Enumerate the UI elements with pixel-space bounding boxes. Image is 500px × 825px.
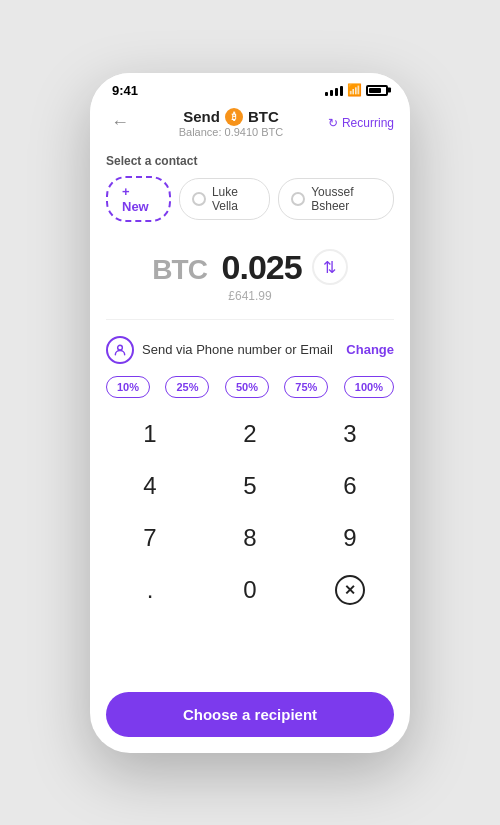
- send-via-icon: [106, 336, 134, 364]
- percentage-button[interactable]: 10%: [106, 376, 150, 398]
- numpad-key-8[interactable]: 8: [210, 512, 290, 564]
- numpad-key-0[interactable]: 0: [210, 564, 290, 616]
- new-contact-button[interactable]: + New: [106, 176, 171, 222]
- numpad-key-.[interactable]: .: [110, 564, 190, 616]
- recurring-icon: ↻: [328, 116, 338, 130]
- swap-button[interactable]: ⇅: [312, 249, 348, 285]
- contacts-section: Select a contact + New Luke Vella Yousse…: [90, 146, 410, 234]
- header-title: Send ₿ BTC: [179, 108, 284, 126]
- percentage-button[interactable]: 100%: [344, 376, 394, 398]
- status-icons: 📶: [325, 83, 388, 97]
- divider-1: [106, 319, 394, 320]
- contact-luke-vella[interactable]: Luke Vella: [179, 178, 270, 220]
- numpad-key-7[interactable]: 7: [110, 512, 190, 564]
- header-balance: Balance: 0.9410 BTC: [179, 126, 284, 138]
- change-button[interactable]: Change: [346, 342, 394, 357]
- amount-value: BTC 0.025: [152, 252, 301, 285]
- contacts-label: Select a contact: [106, 154, 394, 168]
- phone-shell: 9:41 📶 ← Send ₿ BTC Balance: 0.9410 BTC: [90, 73, 410, 753]
- new-contact-label: + New: [122, 184, 155, 214]
- numpad-key-5[interactable]: 5: [210, 460, 290, 512]
- send-via-text: Send via Phone number or Email: [142, 342, 333, 357]
- contact-name-youssef: Youssef Bsheer: [311, 185, 381, 213]
- battery-icon: [366, 85, 388, 96]
- amount-fiat: £641.99: [106, 289, 394, 303]
- numpad-key-4[interactable]: 4: [110, 460, 190, 512]
- numpad-key-3[interactable]: 3: [310, 408, 390, 460]
- recurring-label: Recurring: [342, 116, 394, 130]
- percentage-row: 10%25%50%75%100%: [90, 372, 410, 408]
- header-center: Send ₿ BTC Balance: 0.9410 BTC: [179, 108, 284, 138]
- amount-display: BTC 0.025 ⇅: [106, 248, 394, 287]
- send-via-row: Send via Phone number or Email Change: [90, 328, 410, 372]
- numpad-key-6[interactable]: 6: [310, 460, 390, 512]
- amount-section: BTC 0.025 ⇅ £641.99: [90, 234, 410, 311]
- amount-text: BTC 0.025: [152, 248, 301, 287]
- amount-number: 0.025: [222, 248, 302, 286]
- status-time: 9:41: [112, 83, 138, 98]
- back-button[interactable]: ←: [106, 112, 134, 133]
- signal-bars-icon: [325, 84, 343, 96]
- send-label: Send: [183, 108, 220, 125]
- cta-button[interactable]: Choose a recipient: [106, 692, 394, 737]
- recurring-button[interactable]: ↻ Recurring: [328, 116, 394, 130]
- numpad-key-9[interactable]: 9: [310, 512, 390, 564]
- percentage-button[interactable]: 50%: [225, 376, 269, 398]
- backspace-key[interactable]: ✕: [310, 564, 390, 616]
- svg-point-0: [118, 345, 123, 350]
- numpad-key-1[interactable]: 1: [110, 408, 190, 460]
- numpad: 123456789.0✕: [90, 408, 410, 616]
- header: ← Send ₿ BTC Balance: 0.9410 BTC ↻ Recur…: [90, 102, 410, 146]
- send-via-left: Send via Phone number or Email: [106, 336, 333, 364]
- numpad-key-2[interactable]: 2: [210, 408, 290, 460]
- percentage-button[interactable]: 75%: [284, 376, 328, 398]
- main-content: Select a contact + New Luke Vella Yousse…: [90, 146, 410, 684]
- contact-radio-youssef: [291, 192, 305, 206]
- btc-icon: ₿: [225, 108, 243, 126]
- amount-currency: BTC: [152, 254, 207, 285]
- contact-name-luke: Luke Vella: [212, 185, 257, 213]
- status-bar: 9:41 📶: [90, 73, 410, 102]
- wifi-icon: 📶: [347, 83, 362, 97]
- currency-label: BTC: [248, 108, 279, 125]
- percentage-button[interactable]: 25%: [165, 376, 209, 398]
- contact-youssef-bsheer[interactable]: Youssef Bsheer: [278, 178, 394, 220]
- contact-radio-luke: [192, 192, 206, 206]
- contacts-row: + New Luke Vella Youssef Bsheer: [106, 176, 394, 222]
